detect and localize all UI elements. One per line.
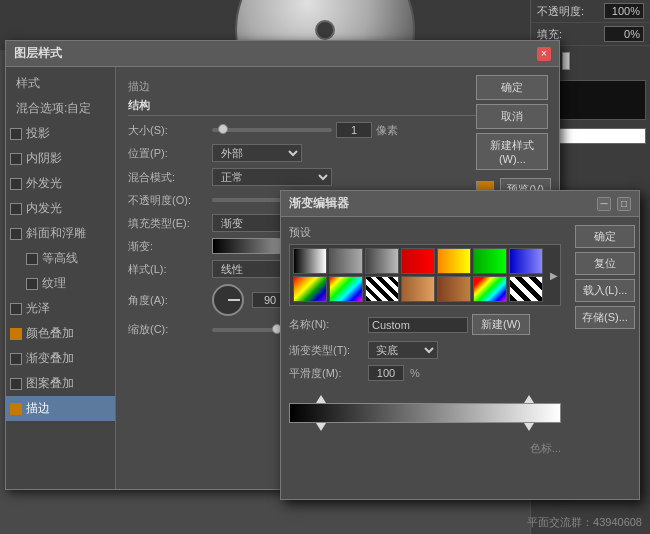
size-unit: 像素 xyxy=(376,123,398,138)
sidebar-item-pattern-overlay[interactable]: 图案叠加 xyxy=(6,371,115,396)
scroll-arrow-icon[interactable]: ▶ xyxy=(550,270,558,281)
texture-label: 纹理 xyxy=(42,275,66,292)
sidebar-item-color-overlay[interactable]: 颜色叠加 xyxy=(6,321,115,346)
sidebar-item-outer-glow[interactable]: 外发光 xyxy=(6,171,115,196)
preset-4[interactable] xyxy=(401,248,435,274)
angle-dial[interactable] xyxy=(212,284,244,316)
bevel-checkbox[interactable] xyxy=(10,228,22,240)
preset-8[interactable] xyxy=(293,276,327,302)
type-select[interactable]: 实底 杂色 xyxy=(368,341,438,359)
contour-checkbox[interactable] xyxy=(26,253,38,265)
gradient-bar[interactable] xyxy=(289,403,561,423)
name-input[interactable] xyxy=(368,317,468,333)
watermark: 平面交流群：43940608 xyxy=(527,515,642,530)
opacity-row: 不透明度: xyxy=(531,0,650,23)
outer-glow-checkbox[interactable] xyxy=(10,178,22,190)
ge-save-button[interactable]: 存储(S)... xyxy=(575,306,635,329)
ge-load-button[interactable]: 载入(L)... xyxy=(575,279,635,302)
style-label: 样式(L): xyxy=(128,262,208,277)
blend-mode-select[interactable]: 正常 xyxy=(212,168,332,186)
new-gradient-button[interactable]: 新建(W) xyxy=(472,314,530,335)
ge-ok-button[interactable]: 确定 xyxy=(575,225,635,248)
color-swatch-2[interactable] xyxy=(562,52,570,70)
sidebar-item-contour[interactable]: 等高线 xyxy=(6,246,115,271)
sidebar-item-gradient-overlay[interactable]: 渐变叠加 xyxy=(6,346,115,371)
sidebar-item-drop-shadow[interactable]: 投影 xyxy=(6,121,115,146)
inner-shadow-checkbox[interactable] xyxy=(10,153,22,165)
preset-12[interactable] xyxy=(437,276,471,302)
color-overlay-swatch xyxy=(10,328,22,340)
preset-10[interactable] xyxy=(365,276,399,302)
style-label: 样式 xyxy=(16,75,40,92)
size-input[interactable] xyxy=(336,122,372,138)
opacity-label: 不透明度: xyxy=(537,4,604,19)
name-row: 名称(N): 新建(W) xyxy=(289,314,561,335)
sidebar-item-style[interactable]: 样式 xyxy=(6,71,115,96)
color-stop-2[interactable] xyxy=(524,423,534,431)
cancel-button[interactable]: 取消 xyxy=(476,104,548,129)
angle-label: 角度(A): xyxy=(128,293,208,308)
smoothness-label: 平滑度(M): xyxy=(289,366,364,381)
preset-6[interactable] xyxy=(473,248,507,274)
ge-minimize-btn[interactable]: ─ xyxy=(597,197,611,211)
pattern-overlay-label: 图案叠加 xyxy=(26,375,74,392)
blend-mode-label: 混合模式: xyxy=(128,170,208,185)
preset-13[interactable] xyxy=(473,276,507,302)
color-stops-row xyxy=(289,423,561,437)
presets-grid: ▶ xyxy=(289,244,561,306)
opacity-stop-1[interactable] xyxy=(316,395,326,403)
opacity-input[interactable] xyxy=(604,3,644,19)
sidebar-item-gloss[interactable]: 光泽 xyxy=(6,296,115,321)
preset-14[interactable] xyxy=(509,276,543,302)
inner-glow-checkbox[interactable] xyxy=(10,203,22,215)
color-stop-1[interactable] xyxy=(316,423,326,431)
ge-button-panel: 确定 复位 载入(L)... 存储(S)... xyxy=(569,217,639,499)
sidebar-item-inner-glow[interactable]: 内发光 xyxy=(6,196,115,221)
disc-center xyxy=(315,20,335,40)
preset-5[interactable] xyxy=(437,248,471,274)
preset-7[interactable] xyxy=(509,248,543,274)
opacity-stop-2[interactable] xyxy=(524,395,534,403)
texture-checkbox[interactable] xyxy=(26,278,38,290)
stroke-label: 描边 xyxy=(26,400,50,417)
smoothness-input[interactable] xyxy=(368,365,404,381)
dialog-title: 图层样式 xyxy=(14,45,62,62)
ge-maximize-btn[interactable]: □ xyxy=(617,197,631,211)
sidebar-item-stroke[interactable]: 描边 xyxy=(6,396,115,421)
opacity-label: 不透明度(O): xyxy=(128,193,208,208)
ge-title: 渐变编辑器 xyxy=(289,195,349,212)
position-label: 位置(P): xyxy=(128,146,208,161)
bevel-label: 斜面和浮雕 xyxy=(26,225,86,242)
drop-shadow-checkbox[interactable] xyxy=(10,128,22,140)
gradient-overlay-checkbox[interactable] xyxy=(10,353,22,365)
stroke-swatch xyxy=(10,403,22,415)
ok-button[interactable]: 确定 xyxy=(476,75,548,100)
new-style-button[interactable]: 新建样式(W)... xyxy=(476,133,548,170)
bottom-note: 色标... xyxy=(289,441,561,456)
fill-type-label: 填充类型(E): xyxy=(128,216,208,231)
ge-reset-button[interactable]: 复位 xyxy=(575,252,635,275)
sidebar-item-inner-shadow[interactable]: 内阴影 xyxy=(6,146,115,171)
fill-input[interactable] xyxy=(604,26,644,42)
inner-glow-label: 内发光 xyxy=(26,200,62,217)
sidebar-item-bevel[interactable]: 斜面和浮雕 xyxy=(6,221,115,246)
size-slider[interactable] xyxy=(212,128,332,132)
preset-2[interactable] xyxy=(329,248,363,274)
pattern-overlay-checkbox[interactable] xyxy=(10,378,22,390)
gloss-checkbox[interactable] xyxy=(10,303,22,315)
size-label: 大小(S): xyxy=(128,123,208,138)
position-select[interactable]: 外部 内部 居中 xyxy=(212,144,302,162)
smoothness-row: 平滑度(M): % xyxy=(289,365,561,381)
preset-1[interactable] xyxy=(293,248,327,274)
scale-label: 缩放(C): xyxy=(128,322,208,337)
preset-11[interactable] xyxy=(401,276,435,302)
sidebar-item-texture[interactable]: 纹理 xyxy=(6,271,115,296)
preset-3[interactable] xyxy=(365,248,399,274)
preset-9[interactable] xyxy=(329,276,363,302)
sidebar-item-blending[interactable]: 混合选项:自定 xyxy=(6,96,115,121)
close-button[interactable]: × xyxy=(537,47,551,61)
blending-label: 混合选项:自定 xyxy=(16,100,91,117)
opacity-stops-row xyxy=(289,389,561,403)
name-label: 名称(N): xyxy=(289,317,364,332)
presets-label: 预设 xyxy=(289,225,561,240)
